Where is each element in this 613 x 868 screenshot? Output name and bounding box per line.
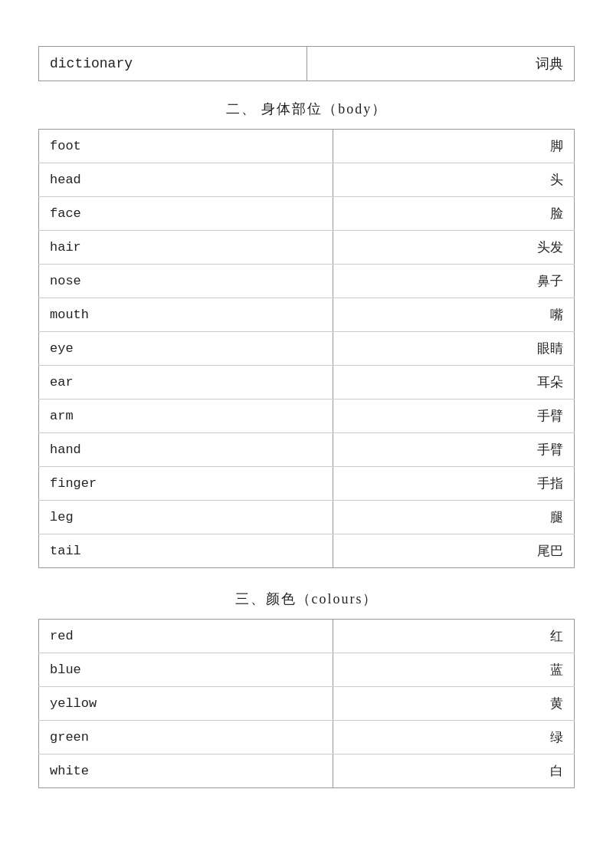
chinese-translation: 脚 xyxy=(333,130,575,163)
section-title-colours: 三、颜色（colours） xyxy=(38,590,575,608)
dict-table-body: foot脚head头face脸hair头发nose鼻子mouth嘴eye眼睛ea… xyxy=(38,129,575,568)
chinese-translation: 头 xyxy=(333,163,575,197)
chinese-translation: 耳朵 xyxy=(333,366,575,399)
chinese-translation: 尾巴 xyxy=(333,534,575,568)
table-row: red红 xyxy=(39,620,575,653)
table-row: blue蓝 xyxy=(39,653,575,687)
dict-table-colours: red红blue蓝yellow黄green绿white白 xyxy=(38,619,575,788)
chinese-translation: 手指 xyxy=(333,467,575,501)
table-row: mouth嘴 xyxy=(39,298,575,332)
chinese-translation: 脸 xyxy=(333,197,575,231)
header-table: dictionary 词典 xyxy=(38,46,575,81)
english-word: head xyxy=(39,163,333,197)
table-row: head头 xyxy=(39,163,575,197)
english-word: eye xyxy=(39,332,333,366)
table-row: foot脚 xyxy=(39,130,575,163)
english-word: white xyxy=(39,755,333,788)
header-chinese: 词典 xyxy=(306,47,575,81)
table-row: white白 xyxy=(39,755,575,788)
chinese-translation: 黄 xyxy=(333,687,575,721)
english-word: ear xyxy=(39,366,333,399)
table-row: face脸 xyxy=(39,197,575,231)
chinese-translation: 鼻子 xyxy=(333,265,575,298)
english-word: tail xyxy=(39,534,333,568)
chinese-translation: 白 xyxy=(333,755,575,788)
chinese-translation: 头发 xyxy=(333,231,575,265)
table-row: leg腿 xyxy=(39,501,575,534)
english-word: hand xyxy=(39,433,333,467)
english-word: blue xyxy=(39,653,333,687)
table-row: tail尾巴 xyxy=(39,534,575,568)
table-row: yellow黄 xyxy=(39,687,575,721)
chinese-translation: 手臂 xyxy=(333,399,575,433)
english-word: yellow xyxy=(39,687,333,721)
chinese-translation: 腿 xyxy=(333,501,575,534)
table-row: green绿 xyxy=(39,721,575,755)
english-word: face xyxy=(39,197,333,231)
table-row: finger手指 xyxy=(39,467,575,501)
chinese-translation: 手臂 xyxy=(333,433,575,467)
english-word: leg xyxy=(39,501,333,534)
chinese-translation: 蓝 xyxy=(333,653,575,687)
english-word: finger xyxy=(39,467,333,501)
table-row: eye眼睛 xyxy=(39,332,575,366)
english-word: nose xyxy=(39,265,333,298)
table-row: arm手臂 xyxy=(39,399,575,433)
sections-container: 二、 身体部位（body）foot脚head头face脸hair头发nose鼻子… xyxy=(38,100,575,788)
table-row: hair头发 xyxy=(39,231,575,265)
header-english: dictionary xyxy=(39,47,307,81)
table-row: nose鼻子 xyxy=(39,265,575,298)
english-word: red xyxy=(39,620,333,653)
chinese-translation: 红 xyxy=(333,620,575,653)
english-word: arm xyxy=(39,399,333,433)
chinese-translation: 绿 xyxy=(333,721,575,755)
english-word: mouth xyxy=(39,298,333,332)
english-word: hair xyxy=(39,231,333,265)
section-title-body: 二、 身体部位（body） xyxy=(38,100,575,118)
english-word: green xyxy=(39,721,333,755)
table-row: ear耳朵 xyxy=(39,366,575,399)
table-row: hand手臂 xyxy=(39,433,575,467)
english-word: foot xyxy=(39,130,333,163)
chinese-translation: 眼睛 xyxy=(333,332,575,366)
chinese-translation: 嘴 xyxy=(333,298,575,332)
